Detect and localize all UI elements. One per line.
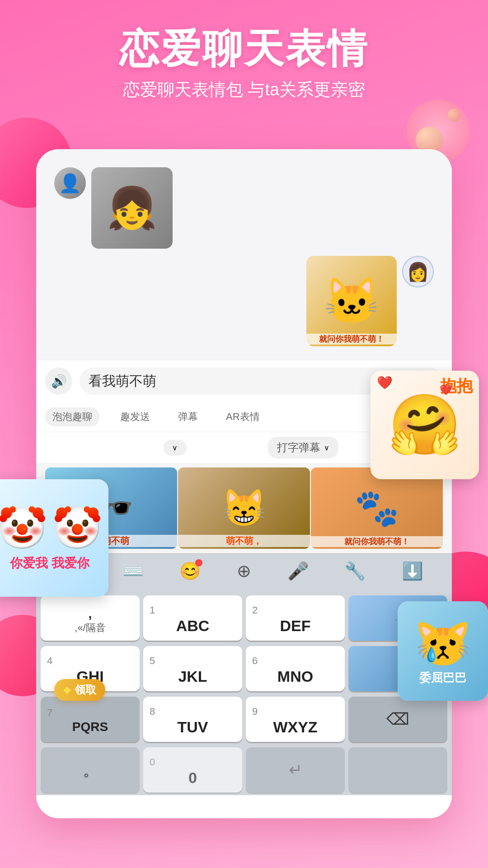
sticker-cell-2[interactable]: 😸 萌不萌， [178, 467, 310, 549]
kb-row-1: , ,«/隔音 1 ABC 2 DEF ... [36, 593, 452, 643]
floating-sticker-cat: 😿 委屈巴巴 [398, 601, 488, 701]
kb-row-3: 7 PQRS 8 TUV 9 WXYZ ⌫ [36, 694, 452, 745]
hug-character: 🤗 [388, 391, 461, 459]
speak-button[interactable]: 🔊 [45, 368, 72, 395]
kb-key-mno-letters: MNO [277, 668, 313, 685]
clown-char-2: 🤡 [52, 505, 103, 552]
kb-key-pqrs[interactable]: 7 PQRS [41, 697, 140, 742]
kb-key-period-letters: 。 [83, 760, 98, 781]
kb-key-abc[interactable]: 1 ABC [143, 595, 242, 641]
kb-key-tuv-num: 8 [150, 707, 155, 717]
kb-row-4: 。 0 0 ↵ [36, 745, 452, 795]
kb-key-space[interactable] [348, 747, 447, 793]
toolbar-tab-1[interactable]: 泡泡趣聊 [45, 407, 99, 426]
input-text: 看我萌不萌 [89, 372, 156, 391]
floating-sticker-hug: 抱抱 ❤️ ❤️ 🤗 [371, 371, 479, 479]
cat-text: 委屈巴巴 [419, 670, 466, 686]
hug-sticker-bg: 抱抱 ❤️ ❤️ 🤗 [371, 371, 479, 479]
typing-bullet-button[interactable]: 打字弹幕 ∨ [268, 437, 338, 458]
kb-key-jkl-letters: JKL [178, 668, 207, 685]
toolbar-tab-3[interactable]: 弹幕 [171, 407, 205, 426]
emoji-icon-container: 😊 [179, 561, 201, 581]
kb-key-zero[interactable]: 0 0 [143, 747, 242, 793]
kb-key-wxyz[interactable]: 9 WXYZ [246, 697, 345, 742]
kb-key-comma-letters: , [89, 607, 92, 621]
kb-key-zero-num: 0 [150, 757, 155, 767]
dropdown-arrow-icon: ∨ [324, 443, 329, 452]
kb-key-abc-num: 1 [150, 605, 155, 615]
hug-heart-2: ❤️ [440, 384, 452, 396]
collapse-icon: ∨ [172, 443, 178, 452]
avatar-right-1: 👩 [402, 256, 434, 288]
download-badge[interactable]: ◆ 领取 [54, 679, 105, 701]
avatar-left-1: 👤 [54, 167, 86, 199]
sticker-caption-1: 就问你我萌不萌！ [306, 334, 397, 344]
enter-icon: ↵ [289, 760, 302, 779]
floating-sticker-clown: 🤡 🤡 你爱我 我爱你 [0, 479, 108, 597]
toolbar-tab-4[interactable]: AR表情 [219, 407, 267, 426]
typing-bullet-text: 打字弹幕 [277, 440, 320, 455]
download-badge-text: 领取 [75, 683, 96, 697]
kb-key-ghi-num: 4 [47, 656, 52, 666]
hug-heart-1: ❤️ [377, 375, 393, 390]
sticker-cat3-label: 就问你我萌不萌！ [311, 536, 443, 547]
plus-icon[interactable]: ⊕ [237, 561, 251, 581]
kb-key-comma[interactable]: , ,«/隔音 [41, 595, 140, 641]
kb-key-jkl[interactable]: 5 JKL [143, 646, 242, 691]
delete-icon: ⌫ [386, 710, 409, 729]
clown-characters: 🤡 🤡 [0, 505, 103, 552]
notification-dot [195, 559, 202, 566]
clown-char-1: 🤡 [0, 505, 47, 552]
tools-icon[interactable]: 🔧 [344, 561, 366, 581]
toolbar-tab-2[interactable]: 趣发送 [113, 407, 157, 426]
cat-sticker-container: 🐱 就问你我萌不萌！ [306, 256, 397, 346]
clown-sticker-bg: 🤡 🤡 你爱我 我爱你 [0, 479, 108, 597]
keyboard-icon[interactable]: ⌨️ [122, 561, 144, 581]
chat-messages: 👤 👧 🐱 就问你我萌不萌！ 👩 [45, 158, 443, 351]
kb-key-wxyz-num: 9 [252, 707, 258, 717]
kb-key-def[interactable]: 2 DEF [246, 595, 345, 641]
kb-key-wxyz-letters: WXYZ [273, 718, 317, 736]
sub-title: 恋爱聊天表情包 与ta关系更亲密 [0, 78, 488, 101]
kb-key-period[interactable]: 。 [41, 747, 140, 793]
kb-key-tuv-letters: TUV [178, 718, 208, 736]
kb-key-jkl-num: 5 [150, 656, 155, 666]
kb-key-zero-letters: 0 [188, 769, 197, 787]
kb-key-mno[interactable]: 6 MNO [246, 646, 345, 691]
kb-key-comma-sub: ,«/隔音 [75, 621, 105, 635]
cat-sticker-1: 🐱 [306, 256, 397, 346]
kb-key-delete[interactable]: ⌫ [348, 697, 447, 742]
bubble-deco-2 [447, 108, 461, 122]
sticker-photo-left: 👧 [91, 167, 173, 249]
cat-sticker-bg: 😿 委屈巴巴 [398, 601, 488, 701]
chat-area: 👤 👧 🐱 就问你我萌不萌！ 👩 [36, 149, 452, 360]
main-title: 恋爱聊天表情 [0, 27, 488, 71]
send-icon[interactable]: ⬇️ [402, 561, 423, 581]
cat-emoji: 😿 [415, 617, 471, 670]
title-area: 恋爱聊天表情 恋爱聊天表情包 与ta关系更亲密 [0, 27, 488, 101]
kb-key-abc-letters: ABC [176, 617, 210, 635]
kb-key-tuv[interactable]: 8 TUV [143, 697, 242, 742]
kb-key-def-num: 2 [252, 605, 258, 615]
kb-key-def-letters: DEF [280, 617, 311, 635]
msg-left-1: 👤 👧 [54, 167, 434, 249]
collapse-button[interactable]: ∨ [163, 440, 187, 456]
kb-key-enter[interactable]: ↵ [246, 747, 345, 793]
kb-key-pqrs-num: 7 [47, 708, 52, 718]
sticker-cat2-label: 萌不萌， [178, 535, 310, 547]
kb-key-pqrs-letters: PQRS [72, 720, 108, 734]
msg-right-1: 🐱 就问你我萌不萌！ 👩 [54, 256, 434, 346]
clown-text: 你爱我 我爱你 [10, 555, 89, 572]
diamond-icon: ◆ [63, 684, 71, 696]
mic-icon[interactable]: 🎤 [287, 561, 309, 581]
sticker-cell-3[interactable]: 🐾 就问你我萌不萌！ [311, 467, 443, 549]
kb-key-mno-num: 6 [252, 656, 258, 666]
